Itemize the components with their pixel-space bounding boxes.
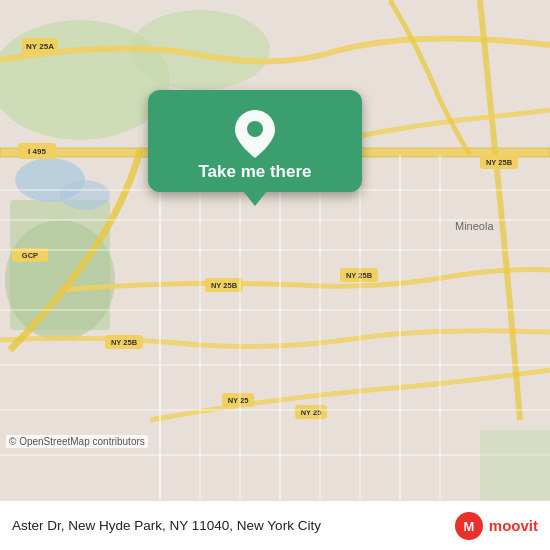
svg-text:NY 25: NY 25 xyxy=(228,396,249,405)
address-label: Aster Dr, New Hyde Park, NY 11040, New Y… xyxy=(12,518,454,533)
svg-point-44 xyxy=(247,121,263,137)
svg-point-6 xyxy=(60,180,110,210)
svg-text:Mineola: Mineola xyxy=(455,220,494,232)
svg-text:NY 25B: NY 25B xyxy=(486,158,513,167)
svg-text:I 495: I 495 xyxy=(28,147,46,156)
map-background: I 495 NY 25A NY 25B NY 25B NY 25B NY 25 … xyxy=(0,0,550,500)
take-me-there-button[interactable]: Take me there xyxy=(198,162,311,182)
moovit-icon: M xyxy=(454,511,484,541)
popup-card[interactable]: Take me there xyxy=(148,90,362,192)
svg-text:M: M xyxy=(463,519,474,534)
svg-rect-43 xyxy=(480,430,550,500)
map-container: I 495 NY 25A NY 25B NY 25B NY 25B NY 25 … xyxy=(0,0,550,500)
location-pin-icon xyxy=(233,108,277,152)
svg-text:GCP: GCP xyxy=(22,251,38,260)
svg-text:NY 25B: NY 25B xyxy=(211,281,238,290)
bottom-bar: Aster Dr, New Hyde Park, NY 11040, New Y… xyxy=(0,500,550,550)
moovit-logo: M moovit xyxy=(454,511,538,541)
moovit-brand-label: moovit xyxy=(489,517,538,534)
svg-text:NY 25A: NY 25A xyxy=(26,42,54,51)
svg-text:NY 25B: NY 25B xyxy=(111,338,138,347)
map-attribution: © OpenStreetMap contributors xyxy=(6,435,148,448)
